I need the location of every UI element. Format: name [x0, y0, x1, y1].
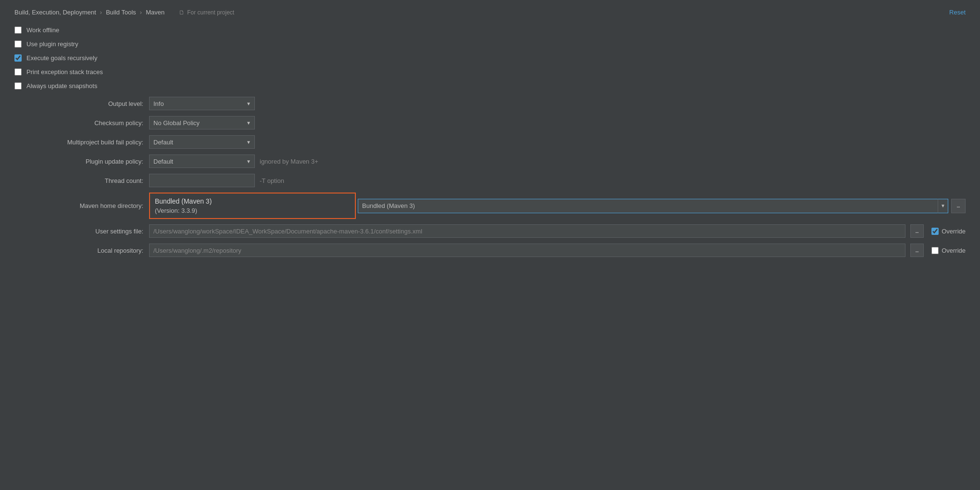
maven-version: (Version: 3.3.9) — [155, 207, 350, 214]
local-repository-label: Local repository: — [14, 247, 149, 254]
always-update-label[interactable]: Always update snapshots — [26, 82, 97, 90]
local-repository-row: Local repository: /Users/wanglong/.m2/re… — [14, 243, 966, 258]
breadcrumb-sep2: › — [140, 9, 142, 16]
print-exception-row: Print exception stack traces — [14, 68, 966, 76]
output-level-dropdown-wrapper: Info Debug Error Warning ▼ — [149, 97, 255, 110]
maven-home-highlighted-box: Bundled (Maven 3) (Version: 3.3.9) — [149, 193, 356, 219]
breadcrumb-part2: Build Tools — [106, 9, 136, 16]
use-plugin-registry-label[interactable]: Use plugin registry — [26, 40, 78, 48]
checksum-policy-label: Checksum policy: — [14, 119, 149, 127]
maven-home-browse-button[interactable]: … — [951, 199, 966, 213]
multiproject-policy-control: Default Fail At End Fail Never ▼ — [149, 135, 966, 149]
always-update-checkbox[interactable] — [14, 82, 22, 90]
maven-home-control: Bundled (Maven 3) (Version: 3.3.9) ▼ … — [149, 193, 966, 219]
maven-home-label: Maven home directory: — [14, 202, 149, 209]
checksum-policy-control: No Global Policy Strict Warn Ignore ▼ — [149, 116, 966, 129]
thread-count-input[interactable] — [149, 174, 255, 187]
user-settings-label: User settings file: — [14, 228, 149, 235]
settings-page: Build, Execution, Deployment › Build Too… — [0, 0, 980, 277]
work-offline-row: Work offline — [14, 26, 966, 34]
checksum-policy-select[interactable]: No Global Policy Strict Warn Ignore — [149, 116, 255, 129]
page-icon: 🗋 — [179, 9, 185, 16]
reset-button[interactable]: Reset — [949, 9, 966, 16]
local-repository-browse-button[interactable]: … — [910, 244, 924, 257]
user-settings-browse-button[interactable]: … — [910, 224, 924, 238]
checksum-policy-dropdown-wrapper: No Global Policy Strict Warn Ignore ▼ — [149, 116, 255, 129]
maven-home-dropdown-button[interactable]: ▼ — [938, 199, 948, 213]
output-level-control: Info Debug Error Warning ▼ — [149, 97, 966, 110]
plugin-update-policy-dropdown-wrapper: Default Always Never Interval ▼ — [149, 155, 255, 168]
multiproject-policy-row: Multiproject build fail policy: Default … — [14, 135, 966, 149]
breadcrumb-part1: Build, Execution, Deployment — [14, 9, 96, 16]
form-section: Output level: Info Debug Error Warning ▼… — [14, 96, 966, 258]
user-settings-override-label[interactable]: Override — [942, 228, 966, 235]
execute-goals-label[interactable]: Execute goals recursively — [26, 54, 97, 62]
plugin-update-policy-control: Default Always Never Interval ▼ ignored … — [149, 155, 966, 168]
user-settings-override-checkbox[interactable] — [931, 228, 939, 235]
always-update-row: Always update snapshots — [14, 82, 966, 90]
multiproject-policy-dropdown-wrapper: Default Fail At End Fail Never ▼ — [149, 135, 255, 149]
user-settings-input[interactable]: /Users/wanglong/workSpace/IDEA_WorkSpace… — [149, 224, 905, 238]
local-repository-input[interactable]: /Users/wanglong/.m2/repository — [149, 244, 905, 257]
execute-goals-row: Execute goals recursively — [14, 54, 966, 62]
local-repository-control: /Users/wanglong/.m2/repository … Overrid… — [149, 244, 966, 257]
use-plugin-registry-row: Use plugin registry — [14, 40, 966, 48]
user-settings-override-row: Override — [931, 228, 966, 235]
for-project-label: 🗋 For current project — [179, 9, 234, 16]
local-repository-override-checkbox[interactable] — [931, 247, 939, 254]
output-level-label: Output level: — [14, 100, 149, 107]
local-repository-override-row: Override — [931, 247, 966, 254]
output-level-row: Output level: Info Debug Error Warning ▼ — [14, 96, 966, 111]
plugin-update-policy-hint: ignored by Maven 3+ — [260, 158, 318, 165]
print-exception-checkbox[interactable] — [14, 68, 22, 76]
print-exception-label[interactable]: Print exception stack traces — [26, 68, 103, 76]
checksum-policy-row: Checksum policy: No Global Policy Strict… — [14, 116, 966, 130]
breadcrumb-sep1: › — [100, 9, 102, 16]
thread-count-control: -T option — [149, 174, 966, 187]
plugin-update-policy-row: Plugin update policy: Default Always Nev… — [14, 154, 966, 168]
maven-home-row: Maven home directory: Bundled (Maven 3) … — [14, 193, 966, 219]
output-level-select[interactable]: Info Debug Error Warning — [149, 97, 255, 110]
breadcrumb: Build, Execution, Deployment › Build Too… — [14, 9, 966, 16]
use-plugin-registry-checkbox[interactable] — [14, 40, 22, 48]
work-offline-checkbox[interactable] — [14, 26, 22, 34]
plugin-update-policy-label: Plugin update policy: — [14, 158, 149, 165]
local-repository-override-label[interactable]: Override — [942, 247, 966, 254]
thread-count-row: Thread count: -T option — [14, 173, 966, 188]
thread-count-hint: -T option — [260, 177, 284, 184]
maven-home-value: Bundled (Maven 3) — [155, 197, 350, 205]
user-settings-row: User settings file: /Users/wanglong/work… — [14, 224, 966, 238]
thread-count-label: Thread count: — [14, 177, 149, 184]
execute-goals-checkbox[interactable] — [14, 54, 22, 62]
plugin-update-policy-select[interactable]: Default Always Never Interval — [149, 155, 255, 168]
user-settings-control: /Users/wanglong/workSpace/IDEA_WorkSpace… — [149, 224, 966, 238]
multiproject-policy-select[interactable]: Default Fail At End Fail Never — [149, 135, 255, 149]
breadcrumb-part3: Maven — [146, 9, 164, 16]
maven-home-combo-input[interactable] — [358, 199, 938, 213]
multiproject-policy-label: Multiproject build fail policy: — [14, 139, 149, 146]
work-offline-label[interactable]: Work offline — [26, 26, 59, 34]
